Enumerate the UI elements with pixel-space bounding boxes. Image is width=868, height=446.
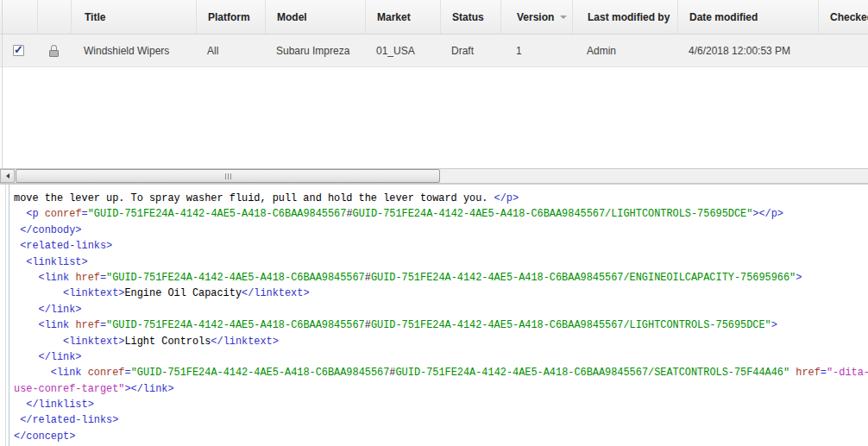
column-header-status[interactable]: Status — [440, 0, 500, 34]
column-header-version[interactable]: Version — [500, 0, 572, 34]
column-header-label: Status — [452, 11, 484, 23]
code-line: <related-links> — [14, 238, 868, 254]
table-header-row: Title Platform Model Market Status Versi… — [0, 0, 868, 35]
lock-icon — [49, 45, 59, 57]
cell-model: Subaru Impreza — [265, 35, 365, 66]
xml-editor-panel[interactable]: move the lever up. To spray washer fluid… — [0, 184, 868, 446]
code-line: <link conref="GUID-751FE24A-4142-4AE5-A4… — [14, 365, 868, 380]
content-table-panel: Title Platform Model Market Status Versi… — [0, 0, 868, 184]
code-line: <linklist> — [14, 254, 868, 270]
xml-editor-content[interactable]: move the lever up. To spray washer fluid… — [14, 191, 868, 444]
cell-date-modified: 4/6/2018 12:00:53 PM — [677, 35, 818, 66]
column-header-lock[interactable] — [37, 0, 71, 34]
column-header-title[interactable]: Title — [71, 0, 196, 34]
cell-platform: All — [196, 35, 265, 66]
code-line: </link> — [14, 302, 868, 317]
code-line: <link href="GUID-751FE24A-4142-4AE5-A418… — [14, 317, 868, 333]
cell-lock — [37, 35, 71, 66]
column-header-label: Checked — [830, 11, 868, 23]
column-header-platform[interactable]: Platform — [196, 0, 265, 34]
column-header-label: Date modified — [689, 11, 758, 23]
column-header-label: Version — [517, 11, 554, 23]
row-checkbox[interactable] — [13, 45, 24, 56]
cell-select — [0, 35, 37, 66]
code-line: <linktext>Engine Oil Capacity</linktext> — [14, 286, 868, 301]
code-line: </conbody> — [14, 223, 868, 238]
code-line: <p conref="GUID-751FE24A-4142-4AE5-A418-… — [14, 206, 868, 222]
column-header-label: Last modified by — [588, 11, 670, 23]
app-screen: Title Platform Model Market Status Versi… — [0, 0, 868, 446]
cell-market: 01_USA — [365, 35, 440, 66]
scrollbar-thumb[interactable] — [16, 169, 440, 183]
column-header-date-modified[interactable]: Date modified — [677, 0, 818, 34]
code-line: </concept> — [14, 429, 868, 444]
code-line: <link href="GUID-751FE24A-4142-4AE5-A418… — [14, 270, 868, 286]
column-header-last-modified-by[interactable]: Last modified by — [572, 0, 677, 34]
column-header-checked-out-by[interactable]: Checked — [818, 0, 868, 34]
horizontal-scrollbar[interactable] — [0, 168, 868, 183]
cell-last-modified-by: Admin — [572, 35, 677, 66]
panel-left-edge — [2, 0, 3, 168]
code-line: </linklist> — [14, 397, 868, 412]
cell-checked-out-by — [818, 35, 868, 66]
editor-margin-rule — [9, 185, 9, 446]
scroll-left-button[interactable] — [0, 169, 15, 183]
column-header-select[interactable] — [0, 0, 37, 34]
sort-descending-icon — [560, 16, 567, 19]
column-header-label: Model — [277, 11, 307, 23]
scrollbar-grip-icon — [225, 173, 231, 179]
column-header-label: Title — [85, 11, 105, 23]
cell-title: Windshield Wipers — [71, 35, 196, 66]
column-header-model[interactable]: Model — [265, 0, 365, 34]
code-line: </related-links> — [14, 412, 868, 428]
code-line: </link> — [14, 349, 868, 365]
column-header-label: Market — [377, 11, 411, 23]
code-line: use-conref-target"></link> — [14, 381, 868, 397]
code-line: move the lever up. To spray washer fluid… — [14, 191, 868, 206]
table-row[interactable]: Windshield Wipers All Subaru Impreza 01_… — [0, 35, 868, 67]
arrow-left-icon — [6, 173, 9, 179]
lock-body — [49, 50, 59, 57]
column-header-label: Platform — [208, 11, 250, 23]
cell-version: 1 — [500, 35, 572, 66]
cell-status: Draft — [440, 35, 500, 66]
editor-margin-rule — [5, 185, 6, 446]
column-header-market[interactable]: Market — [365, 0, 440, 34]
code-line: <linktext>Light Controls</linktext> — [14, 334, 868, 349]
